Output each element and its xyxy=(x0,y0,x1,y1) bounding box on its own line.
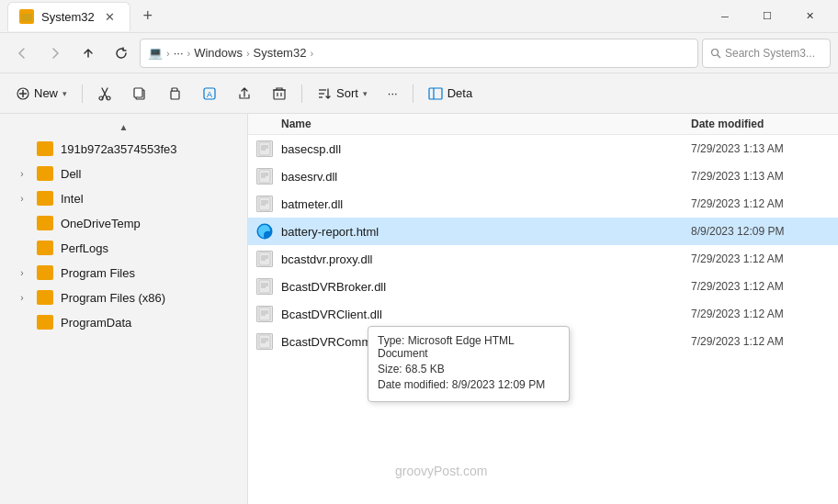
bc-sep3: › xyxy=(246,48,250,59)
file-date-basecsp: 7/29/2023 1:13 AM xyxy=(691,142,838,155)
svg-rect-32 xyxy=(259,197,270,210)
delete-button[interactable] xyxy=(263,78,296,109)
svg-point-7 xyxy=(99,96,103,100)
dll-icon-basesrv xyxy=(255,167,274,185)
bc-ellipsis[interactable]: ··· xyxy=(174,46,184,60)
file-list-header: Name Date modified xyxy=(248,114,838,135)
paste-button[interactable] xyxy=(158,78,191,109)
close-button[interactable]: ✕ xyxy=(788,0,831,33)
sidebar-item-label-programfilesx86: Program Files (x86) xyxy=(61,291,165,305)
tab-folder-icon xyxy=(19,9,34,24)
file-name-text-bcastdvrproxy: bcastdvr.proxy.dll xyxy=(281,252,372,266)
tab-system32[interactable]: System32 ✕ xyxy=(7,2,130,31)
toolbar-sep1 xyxy=(82,84,83,103)
forward-button[interactable] xyxy=(40,39,70,68)
tab-title: System32 xyxy=(41,10,95,24)
new-dropdown-icon: ▾ xyxy=(62,89,67,98)
new-tab-button[interactable]: + xyxy=(134,4,162,29)
bc-sep4: › xyxy=(310,48,313,59)
file-name-bcastdvrclient: BcastDVRClient.dll xyxy=(248,305,691,323)
refresh-button[interactable] xyxy=(107,39,136,68)
expand-icon-programfiles[interactable]: › xyxy=(15,265,29,280)
tooltip-modified: Date modified: 8/9/2023 12:09 PM xyxy=(378,378,560,391)
file-date-bcastdvrproxy: 7/29/2023 1:12 AM xyxy=(691,252,838,265)
sidebar-item-programfilesx86[interactable]: › Program Files (x86) xyxy=(4,286,243,309)
table-row[interactable]: basesrv.dll 7/29/2023 1:13 AM xyxy=(248,162,838,190)
tab-close-button[interactable]: ✕ xyxy=(102,8,119,25)
main-area: ▲ 191b972a3574553fe3 › Dell › Intel OneD… xyxy=(0,114,838,504)
copy-button[interactable] xyxy=(123,78,156,109)
share-button[interactable] xyxy=(228,78,261,109)
up-button[interactable] xyxy=(74,39,103,68)
maximize-button[interactable]: ☐ xyxy=(746,0,788,33)
sidebar: ▲ 191b972a3574553fe3 › Dell › Intel OneD… xyxy=(0,114,248,504)
table-row-selected[interactable]: battery-report.html 8/9/2023 12:09 PM xyxy=(248,218,838,245)
table-row[interactable]: bcastdvr.proxy.dll 7/29/2023 1:12 AM xyxy=(248,245,838,273)
sidebar-item-label-onedrivetemp: OneDriveTemp xyxy=(61,217,141,230)
sidebar-item-label-intel: Intel xyxy=(61,192,84,206)
edge-icon-batteryreport xyxy=(255,222,274,241)
rename-button[interactable]: A xyxy=(193,78,226,109)
tooltip-type-label: Type: xyxy=(378,334,404,347)
svg-point-8 xyxy=(107,96,110,100)
file-name-text-batteryreport: battery-report.html xyxy=(281,225,379,239)
address-bar: 💻 › ··· › Windows › System32 › Search Sy… xyxy=(0,33,838,73)
col-date-header[interactable]: Date modified xyxy=(691,118,838,130)
table-row[interactable]: BcastDVRBroker.dll 7/29/2023 1:12 AM xyxy=(248,273,838,300)
bc-sep1: › xyxy=(166,48,170,59)
svg-rect-11 xyxy=(171,91,179,99)
sidebar-item-perflogs[interactable]: PerfLogs xyxy=(4,236,243,260)
more-button[interactable]: ··· xyxy=(379,78,407,109)
new-button[interactable]: New ▾ xyxy=(7,78,76,109)
file-name-text-basesrv: basesrv.dll xyxy=(281,170,337,184)
bc-windows[interactable]: Windows xyxy=(194,46,243,60)
sidebar-item-onedrivetemp[interactable]: OneDriveTemp xyxy=(4,211,243,235)
sort-button[interactable]: Sort ▾ xyxy=(308,78,377,109)
folder-icon-191b972a xyxy=(37,141,53,156)
search-bar[interactable]: Search System3... xyxy=(702,39,831,68)
search-placeholder: Search System3... xyxy=(725,47,815,60)
svg-rect-37 xyxy=(259,252,270,265)
breadcrumb[interactable]: 💻 › ··· › Windows › System32 › xyxy=(140,39,698,68)
svg-rect-45 xyxy=(259,308,270,320)
folder-icon-onedrivetemp xyxy=(37,216,53,230)
bc-system32[interactable]: System32 xyxy=(254,46,307,60)
dll-icon-bcastdvrbroker xyxy=(255,277,274,296)
svg-rect-1 xyxy=(21,14,26,16)
sidebar-item-label-programfiles: Program Files xyxy=(61,266,135,280)
details-button[interactable]: Deta xyxy=(419,78,481,109)
expand-icon-dell[interactable]: › xyxy=(15,166,29,181)
expand-icon-intel[interactable]: › xyxy=(15,191,29,206)
sidebar-item-intel[interactable]: › Intel xyxy=(4,186,243,210)
back-button[interactable] xyxy=(7,39,37,68)
tooltip-size: Size: 68.5 KB xyxy=(378,363,560,375)
file-list-container[interactable]: Name Date modified basecsp.dll 7/29/2023… xyxy=(248,114,838,504)
col-name-header[interactable]: Name xyxy=(248,118,691,130)
sidebar-item-191b972a[interactable]: 191b972a3574553fe3 xyxy=(4,137,243,161)
svg-rect-15 xyxy=(274,90,285,99)
tooltip-type: Type: Microsoft Edge HTML Document xyxy=(378,334,560,360)
tooltip-modified-value: 8/9/2023 12:09 PM xyxy=(452,378,545,391)
scroll-up-button[interactable]: ▲ xyxy=(0,118,247,136)
table-row[interactable]: BcastDVRClient.dll 7/29/2023 1:12 AM xyxy=(248,300,838,328)
dll-icon-bcastdvrproxy xyxy=(255,250,274,268)
tooltip-size-value: 68.5 KB xyxy=(405,363,445,375)
table-row[interactable]: basecsp.dll 7/29/2023 1:13 AM xyxy=(248,135,838,162)
svg-rect-12 xyxy=(172,88,177,91)
svg-rect-28 xyxy=(259,170,270,183)
folder-icon-programdata xyxy=(37,315,53,330)
file-date-bcastdvrbroker: 7/29/2023 1:12 AM xyxy=(691,280,838,293)
tooltip-modified-label: Date modified: xyxy=(378,378,448,391)
svg-rect-41 xyxy=(259,280,270,293)
expand-icon-programfilesx86[interactable]: › xyxy=(15,290,29,305)
svg-rect-10 xyxy=(134,88,142,97)
sidebar-item-programfiles[interactable]: › Program Files xyxy=(4,261,243,285)
new-label: New xyxy=(34,86,58,100)
minimize-button[interactable]: ─ xyxy=(704,0,746,33)
sidebar-item-dell[interactable]: › Dell xyxy=(4,162,243,185)
cut-button[interactable] xyxy=(88,78,121,109)
title-bar: System32 ✕ + ─ ☐ ✕ xyxy=(0,0,838,33)
table-row[interactable]: batmeter.dll 7/29/2023 1:12 AM xyxy=(248,190,838,218)
file-name-text-bcastdvrclient: BcastDVRClient.dll xyxy=(281,308,382,321)
sidebar-item-programdata[interactable]: ProgramData xyxy=(4,310,243,334)
